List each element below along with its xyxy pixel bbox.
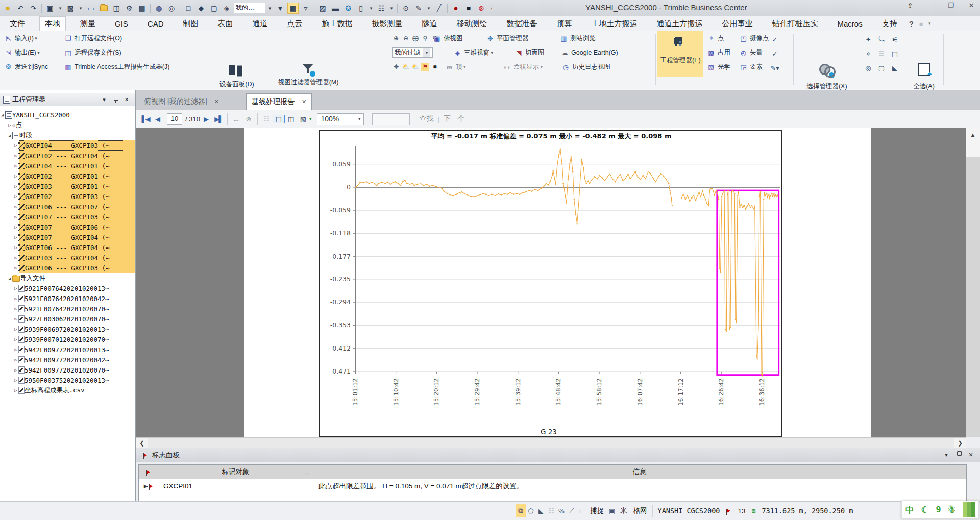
page-number-input[interactable]: 10: [167, 113, 182, 125]
dark-panel-icon[interactable]: ■: [431, 63, 439, 71]
menu-tab-17[interactable]: 通道土方搬运: [657, 17, 703, 31]
measure-icon[interactable]: ⊙: [400, 3, 411, 14]
tree-session-item[interactable]: ▷ GXCPI07 --- GXCPI04 (⋯: [0, 232, 135, 242]
select-rectangle-status-icon[interactable]: ⧉: [516, 504, 526, 517]
flag-table-row[interactable]: ▶ GXCPI01 此点超出限差范围。 H = 0.105 m, V = 0.0…: [139, 479, 966, 493]
redo-icon[interactable]: ↷: [28, 3, 39, 14]
tree-file-item[interactable]: ▷ 5939F0070120201020070⋯: [0, 334, 135, 344]
export-dropdown-icon[interactable]: ▾: [78, 6, 84, 11]
menu-tab-14[interactable]: 数据准备: [507, 17, 537, 31]
ribbon-input-button[interactable]: ⇱输入(I) ▾: [4, 32, 37, 44]
export-icon[interactable]: ▩: [65, 3, 76, 14]
scroll-right-icon[interactable]: ❯: [954, 438, 966, 448]
minimize-button[interactable]: –: [924, 2, 937, 9]
stop-close-icon[interactable]: ⊗: [476, 3, 487, 14]
image-view-icon[interactable]: ▢: [208, 3, 219, 14]
note-icon[interactable]: ▯: [355, 3, 366, 14]
tree-root[interactable]: ◢ YANSHI_CGCS2000: [0, 110, 135, 120]
tree-file-item[interactable]: ▷ 坐标高程成果表.csv: [0, 385, 135, 395]
coordinate-mode-icon[interactable]: ⧈: [748, 504, 758, 517]
note-dropdown-icon[interactable]: ▾: [368, 6, 374, 11]
tbc-logo-icon[interactable]: ●: [2, 3, 13, 14]
angle-status-icon[interactable]: ∟: [577, 504, 587, 517]
sketch-icon[interactable]: ✎: [413, 3, 424, 14]
tree-session-item[interactable]: ▷ GXCPI02 --- GXCPI04 (⋯: [0, 151, 135, 161]
tree-file-item[interactable]: ▷ 5921F0076420201020013⋯: [0, 283, 135, 293]
globe-point-icon[interactable]: ◍: [153, 3, 164, 14]
qat-filter-combo-arrow[interactable]: ▾: [267, 6, 273, 11]
ribbon-features-button[interactable]: ◲要素: [739, 61, 763, 73]
find-next-button[interactable]: 下一个: [444, 114, 465, 123]
panel-dark-icon[interactable]: ■: [463, 3, 474, 14]
ribbon-section-view-button[interactable]: ◥切面图: [514, 46, 545, 59]
tree-session-item[interactable]: ▷ GXCPI04 --- GXCPI01 (⋯: [0, 161, 135, 171]
tree-file-item[interactable]: ▷ 5927F0030620201020070⋯: [0, 314, 135, 324]
grid-label[interactable]: 格网: [633, 506, 647, 515]
stop-refresh-button[interactable]: ⊗: [242, 115, 255, 123]
scroll-up-icon[interactable]: ▲: [966, 128, 980, 157]
ime-num-icon[interactable]: 9: [936, 505, 941, 515]
project-explorer-icon[interactable]: ▦: [287, 3, 299, 14]
ribbon-top-direction-button[interactable]: ⛂顶 ▾: [445, 61, 466, 73]
menu-tab-15[interactable]: 预算: [557, 17, 572, 31]
tree-session-item[interactable]: ▷ GXCPI02 --- GXCPI01 (⋯: [0, 171, 135, 181]
invert-selection-status-icon[interactable]: ◣: [536, 504, 546, 517]
edit-blue-icon[interactable]: ✪: [342, 3, 354, 14]
account-icon[interactable]: ●: [919, 19, 923, 28]
tree-points[interactable]: ▷◇ 点: [0, 120, 135, 130]
menu-tab-6[interactable]: 制图: [183, 17, 199, 31]
menu-tab-1[interactable]: 文件: [10, 17, 25, 31]
select-invert-icon[interactable]: ◣: [892, 64, 897, 72]
find-text-input[interactable]: [372, 113, 410, 125]
menu-tab-7[interactable]: 表面: [218, 17, 233, 31]
select-rect-icon[interactable]: ▢: [878, 64, 885, 72]
tree-session-item[interactable]: ▷ GXCPI06 --- GXCPI04 (⋯: [0, 242, 135, 253]
ribbon-station-view-button[interactable]: ▥测站浏览: [559, 32, 596, 44]
hand-icon[interactable]: ⛅: [402, 63, 410, 71]
tab-baseline-report-close-icon[interactable]: ✕: [302, 98, 306, 105]
menu-tab-19[interactable]: 钻孔打桩压实: [772, 17, 818, 31]
pan-icon[interactable]: ✥: [392, 63, 400, 71]
ribbon-points-button[interactable]: ⌖点: [707, 32, 724, 44]
selection-filter-icon[interactable]: ▿: [300, 3, 311, 14]
tab-plan-view-close-icon[interactable]: ✕: [214, 98, 219, 105]
menu-tab-5[interactable]: CAD: [148, 17, 164, 30]
ribbon-access-report-button[interactable]: ▦Trimble Access工程报告生成器(J): [64, 61, 169, 73]
ribbon-box-display-button[interactable]: ⛀盒状显示 ▾: [503, 61, 543, 73]
panel-pin-icon[interactable]: [110, 96, 121, 104]
ribbon-camera-points-button[interactable]: ◳摄像点: [739, 32, 769, 44]
menu-tab-2[interactable]: 本地: [39, 16, 66, 31]
settings-gear-icon[interactable]: ⚙: [124, 3, 135, 14]
tree-file-item[interactable]: ▷ 5942F0097720201020013⋯: [0, 344, 135, 355]
point-tool-icon[interactable]: ✎▾: [770, 64, 779, 72]
record-icon[interactable]: ●: [450, 3, 461, 14]
import-icon[interactable]: ▣: [44, 3, 56, 14]
properties-icon[interactable]: ▤: [136, 3, 148, 14]
point-check1-icon[interactable]: ✓: [772, 36, 778, 43]
zoom-window-icon[interactable]: ⚲: [421, 34, 429, 42]
menu-tab-11[interactable]: 摄影测量: [372, 17, 403, 31]
menu-tab-20[interactable]: Macros: [838, 17, 863, 30]
ribbon-plane-manager-button[interactable]: ❉平面管理器: [486, 32, 529, 44]
vertical-scrollbar[interactable]: ▲: [966, 128, 980, 437]
tree-sessions[interactable]: ◢ 时段: [0, 130, 135, 140]
panel-dropdown-icon[interactable]: ▾: [99, 96, 110, 103]
print-layout-button[interactable]: ▤: [273, 115, 285, 123]
menu-tab-18[interactable]: 公用事业: [722, 17, 753, 31]
flag-panel-close-icon[interactable]: ✕: [965, 452, 977, 458]
line-icon[interactable]: ╱: [433, 3, 445, 14]
ribbon-google-earth-button[interactable]: ☁Google Earth(G): [560, 46, 618, 59]
next-page-button[interactable]: ▶: [200, 115, 212, 123]
tree-session-item[interactable]: ▷ GXCPI06 --- GXCPI07 (⋯: [0, 202, 135, 212]
flag-column-object[interactable]: 标记对象△: [158, 465, 313, 479]
panel-close-icon[interactable]: ✕: [121, 96, 132, 103]
qat-overflow-icon[interactable]: ⋮: [488, 6, 495, 11]
menu-tab-13[interactable]: 移动测绘: [457, 17, 487, 31]
ribbon-vectors-button[interactable]: ◴矢量: [739, 46, 763, 59]
tree-session-item[interactable]: ▷ GXCPI03 --- GXCPI01 (⋯: [0, 181, 135, 191]
ribbon-send-sync-button[interactable]: ⦾发送到Sync: [4, 61, 48, 73]
percent-status-icon[interactable]: ℅: [556, 504, 567, 517]
menu-tab-9[interactable]: 点云: [287, 17, 303, 31]
my-filter-combo[interactable]: 我的过滤▾: [392, 47, 433, 58]
select-list-icon[interactable]: ▤: [892, 50, 898, 58]
